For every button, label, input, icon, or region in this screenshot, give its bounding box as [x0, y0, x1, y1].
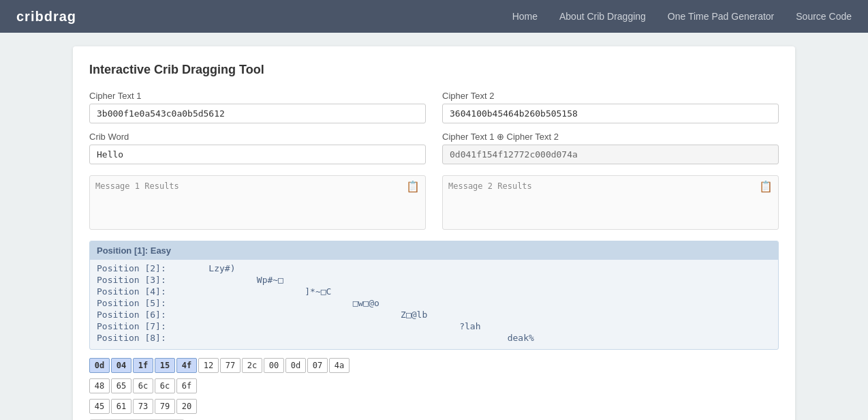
- cipher1-group: Cipher Text 1: [89, 91, 426, 123]
- msg1-result-label: Message 1 Results: [95, 181, 420, 191]
- main-container: Interactive Crib Dragging Tool Cipher Te…: [73, 46, 795, 420]
- hex-cell[interactable]: 15: [155, 358, 175, 373]
- hex-cell[interactable]: 6c: [133, 378, 153, 393]
- hex-cell[interactable]: 0d: [89, 358, 110, 373]
- nav-about[interactable]: About Crib Dragging: [559, 11, 646, 22]
- hex-cell[interactable]: 4a: [329, 358, 350, 373]
- hex-row-2: 48656c6c6f: [89, 378, 779, 393]
- crib-input[interactable]: [89, 145, 426, 164]
- hex-cell[interactable]: 12: [198, 358, 219, 373]
- position-row: Position [8]: deak%: [97, 332, 771, 344]
- hex-cell[interactable]: 79: [155, 399, 175, 414]
- hex-cell[interactable]: 65: [111, 378, 131, 393]
- cipher2-label: Cipher Text 2: [442, 91, 779, 101]
- hex-cell[interactable]: 0d: [285, 358, 306, 373]
- xor-label: Cipher Text 1 ⊕ Cipher Text 2: [442, 132, 779, 142]
- cipher2-group: Cipher Text 2: [442, 91, 779, 123]
- hex-cell[interactable]: 48: [89, 378, 110, 393]
- position-row: Position [4]: ]*~□C: [97, 286, 771, 297]
- crib-group: Crib Word: [89, 132, 426, 164]
- msg1-result-box: Message 1 Results 📋: [89, 175, 426, 230]
- brand-logo: cribdrag: [16, 9, 76, 25]
- xor-group: Cipher Text 1 ⊕ Cipher Text 2: [442, 132, 779, 164]
- position-row: Position [2]: Lzy#): [97, 262, 771, 274]
- hex-cell[interactable]: 77: [220, 358, 241, 373]
- hex-cell[interactable]: 61: [111, 399, 131, 414]
- nav-home[interactable]: Home: [512, 11, 538, 22]
- cipher1-input[interactable]: [89, 104, 426, 123]
- results-grid: Message 1 Results 📋 Message 2 Results 📋: [89, 175, 779, 230]
- cipher2-input[interactable]: [442, 104, 779, 123]
- hex-section-2: 48656c6c6f: [89, 378, 779, 393]
- navbar: cribdrag Home About Crib Dragging One Ti…: [0, 0, 868, 33]
- hex-cell[interactable]: 00: [264, 358, 284, 373]
- hex-row-1: 0d041f154f12772c000d074a: [89, 358, 779, 373]
- positions-table: Position [1]: Easy Position [2]: Lzy#)Po…: [89, 241, 779, 350]
- hex-cell[interactable]: 04: [111, 358, 131, 373]
- page-title: Interactive Crib Dragging Tool: [89, 63, 779, 77]
- position-row: Position [6]: Z□@lb: [97, 309, 771, 320]
- msg2-copy-icon[interactable]: 📋: [759, 180, 773, 193]
- xor-result-input: [442, 145, 779, 164]
- hex-cell[interactable]: 4f: [176, 358, 197, 373]
- hex-cell[interactable]: 45: [89, 399, 110, 414]
- hex-cell[interactable]: 6f: [176, 378, 197, 393]
- hex-section-1: 0d041f154f12772c000d074a: [89, 358, 779, 373]
- hex-cell[interactable]: 73: [133, 399, 153, 414]
- hex-cell[interactable]: 2c: [242, 358, 262, 373]
- cipher1-label: Cipher Text 1: [89, 91, 426, 101]
- msg1-copy-icon[interactable]: 📋: [406, 180, 420, 193]
- position-row: Position [3]: Wp#~□: [97, 274, 771, 286]
- msg2-result-box: Message 2 Results 📋: [442, 175, 779, 230]
- hex-cell[interactable]: 1f: [133, 358, 153, 373]
- hex-section-3: 4561737920: [89, 399, 779, 414]
- msg2-result-label: Message 2 Results: [448, 181, 773, 191]
- position-row: Position [5]: □w□@o: [97, 297, 771, 309]
- position-row: Position [7]: ?lah: [97, 320, 771, 332]
- hex-cell[interactable]: 6c: [155, 378, 175, 393]
- positions-header: Position [1]: Easy: [90, 241, 778, 260]
- nav-links: Home About Crib Dragging One Time Pad Ge…: [512, 11, 852, 22]
- positions-body: Position [2]: Lzy#)Position [3]: Wp#~□Po…: [90, 260, 778, 349]
- nav-otp[interactable]: One Time Pad Generator: [668, 11, 774, 22]
- input-grid: Cipher Text 1 Cipher Text 2 Crib Word Ci…: [89, 91, 779, 164]
- nav-source[interactable]: Source Code: [796, 11, 852, 22]
- hex-cell[interactable]: 20: [176, 399, 197, 414]
- hex-row-3: 4561737920: [89, 399, 779, 414]
- hex-cell[interactable]: 07: [307, 358, 328, 373]
- crib-label: Crib Word: [89, 132, 426, 142]
